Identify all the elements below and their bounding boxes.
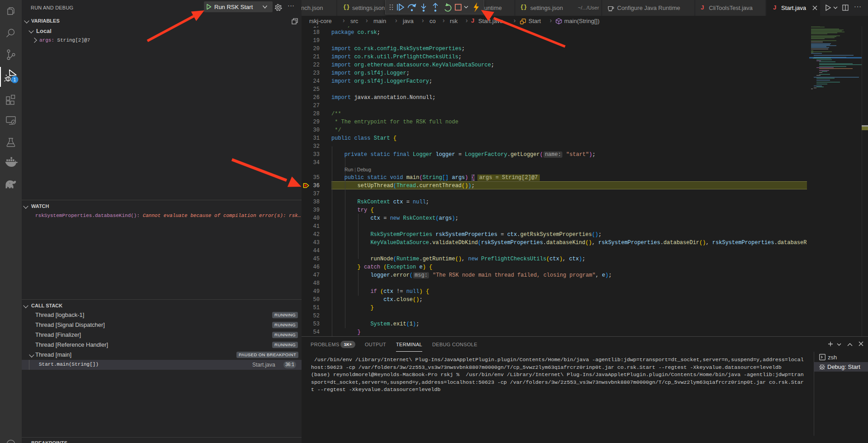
svg-text:1: 1: [14, 77, 16, 82]
